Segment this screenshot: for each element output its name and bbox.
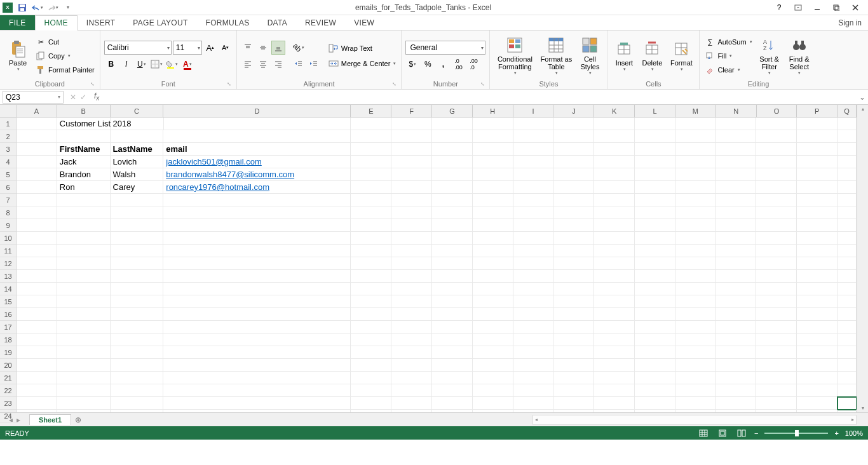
cell-L7[interactable] <box>635 194 675 206</box>
cell-O15[interactable] <box>756 295 797 308</box>
cell-C19[interactable] <box>111 346 164 359</box>
cell-B2[interactable] <box>57 130 111 143</box>
cell-B22[interactable] <box>57 384 111 397</box>
row-header-9[interactable]: 9 <box>0 219 16 232</box>
cell-M23[interactable] <box>675 397 716 410</box>
cell-E2[interactable] <box>351 130 391 143</box>
fx-icon[interactable]: fx <box>90 91 103 102</box>
cell-N23[interactable] <box>716 397 757 410</box>
cell-F23[interactable] <box>391 397 432 410</box>
font-color-button[interactable]: A▾ <box>180 57 194 71</box>
cell-B15[interactable] <box>57 295 111 308</box>
cell-P12[interactable] <box>797 257 837 270</box>
cell-L8[interactable] <box>635 206 675 219</box>
cell-O23[interactable] <box>756 397 797 410</box>
cell-Q11[interactable] <box>837 245 857 257</box>
insert-cells-button[interactable]: Insert▾ <box>611 35 637 77</box>
cell-D7[interactable] <box>163 194 351 206</box>
cell-O8[interactable] <box>756 206 797 219</box>
cell-G19[interactable] <box>432 346 473 359</box>
decrease-decimal-button[interactable]: .00.0 <box>466 57 480 71</box>
cell-D18[interactable] <box>163 334 351 346</box>
cell-M13[interactable] <box>675 270 716 283</box>
cell-D15[interactable] <box>163 295 351 308</box>
cell-K24[interactable] <box>594 410 635 412</box>
cell-C13[interactable] <box>111 270 164 283</box>
cell-D19[interactable] <box>163 346 351 359</box>
cell-M15[interactable] <box>675 295 716 308</box>
cell-A4[interactable] <box>17 156 57 168</box>
cell-M18[interactable] <box>675 334 716 346</box>
align-right-button[interactable] <box>271 57 285 71</box>
cell-L9[interactable] <box>635 219 675 232</box>
cell-Q18[interactable] <box>837 334 857 346</box>
cell-A3[interactable] <box>17 143 57 156</box>
row-header-8[interactable]: 8 <box>0 206 16 219</box>
cell-G1[interactable] <box>432 118 473 130</box>
cell-Q14[interactable] <box>837 283 857 295</box>
cell-M24[interactable] <box>675 410 716 412</box>
cell-D4[interactable]: jacklovich501@gmail.com <box>163 156 351 168</box>
cell-O10[interactable] <box>756 232 797 245</box>
row-header-6[interactable]: 6 <box>0 181 16 194</box>
cell-B21[interactable] <box>57 372 111 384</box>
clipboard-launcher[interactable]: ⤡ <box>90 81 96 88</box>
align-center-button[interactable] <box>256 57 270 71</box>
cell-Q19[interactable] <box>837 346 857 359</box>
cell-H23[interactable] <box>473 397 513 410</box>
cell-K14[interactable] <box>594 283 635 295</box>
cell-C21[interactable] <box>111 372 164 384</box>
cell-A23[interactable] <box>17 397 57 410</box>
cell-G20[interactable] <box>432 359 473 372</box>
row-header-21[interactable]: 21 <box>0 372 16 384</box>
cell-L23[interactable] <box>635 397 675 410</box>
borders-button[interactable]: ▾ <box>150 57 164 71</box>
cell-L20[interactable] <box>635 359 675 372</box>
cell-I13[interactable] <box>513 270 554 283</box>
cell-N10[interactable] <box>716 232 757 245</box>
cell-Q12[interactable] <box>837 257 857 270</box>
row-header-3[interactable]: 3 <box>0 143 16 156</box>
cell-O1[interactable] <box>756 118 797 130</box>
cell-Q20[interactable] <box>837 359 857 372</box>
cell-H16[interactable] <box>473 308 513 321</box>
cell-B9[interactable] <box>57 219 111 232</box>
cell-B23[interactable] <box>57 397 111 410</box>
cell-O12[interactable] <box>756 257 797 270</box>
cell-I1[interactable] <box>513 118 554 130</box>
tab-formulas[interactable]: FORMULAS <box>197 15 259 30</box>
cell-E16[interactable] <box>351 308 391 321</box>
cell-E17[interactable] <box>351 321 391 334</box>
cell-P1[interactable] <box>797 118 837 130</box>
cell-B14[interactable] <box>57 283 111 295</box>
cell-D10[interactable] <box>163 232 351 245</box>
cell-J4[interactable] <box>553 156 594 168</box>
cell-O2[interactable] <box>756 130 797 143</box>
fill-button[interactable]: Fill▾ <box>703 50 753 62</box>
cell-P21[interactable] <box>797 372 837 384</box>
cell-O13[interactable] <box>756 270 797 283</box>
paste-button[interactable]: Paste▾ <box>4 35 32 77</box>
cell-O17[interactable] <box>756 321 797 334</box>
cell-C22[interactable] <box>111 384 164 397</box>
cell-I22[interactable] <box>513 384 554 397</box>
cell-I7[interactable] <box>513 194 554 206</box>
cell-O22[interactable] <box>756 384 797 397</box>
cell-O9[interactable] <box>756 219 797 232</box>
cell-Q24[interactable] <box>837 410 857 412</box>
cell-M22[interactable] <box>675 384 716 397</box>
cell-D9[interactable] <box>163 219 351 232</box>
cell-J19[interactable] <box>553 346 594 359</box>
cell-I16[interactable] <box>513 308 554 321</box>
cell-E15[interactable] <box>351 295 391 308</box>
cell-L10[interactable] <box>635 232 675 245</box>
cell-L12[interactable] <box>635 257 675 270</box>
cell-M20[interactable] <box>675 359 716 372</box>
cell-G5[interactable] <box>432 168 473 181</box>
cell-A15[interactable] <box>17 295 57 308</box>
page-layout-view-button[interactable] <box>716 428 729 438</box>
cell-H8[interactable] <box>473 206 513 219</box>
cell-M17[interactable] <box>675 321 716 334</box>
cell-F20[interactable] <box>391 359 432 372</box>
cell-G4[interactable] <box>432 156 473 168</box>
